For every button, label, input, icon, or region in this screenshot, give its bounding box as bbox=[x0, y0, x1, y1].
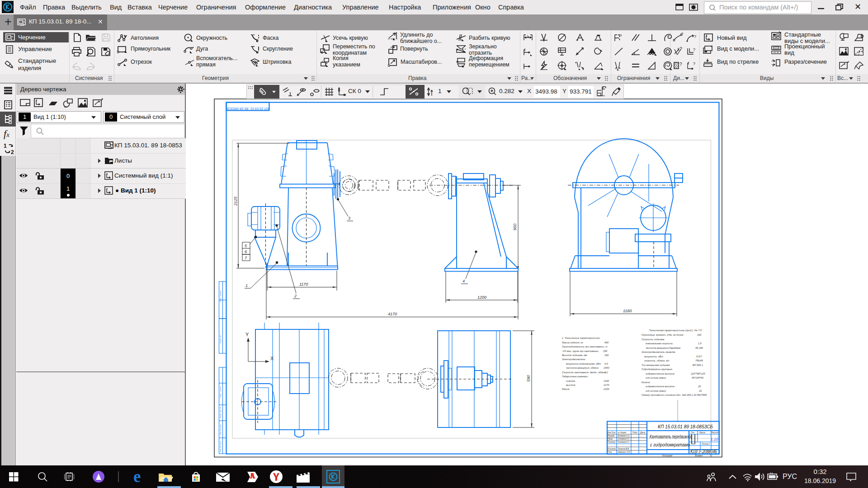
svg-text:Масса изделия, кг: Масса изделия, кг bbox=[562, 341, 583, 344]
svg-text:Колеса:: Колеса: bbox=[642, 381, 651, 384]
svg-text:20: 20 bbox=[698, 385, 701, 388]
svg-text:Смазку произвести согласно без: Смазку произвести согласно без. №4.180.1… bbox=[642, 394, 707, 396]
svg-text:o: o bbox=[681, 33, 684, 35]
svg-text:Степанов С.С.: Степанов С.С. bbox=[618, 441, 630, 443]
svg-text:1:10: 1:10 bbox=[711, 437, 718, 441]
svg-text:Дата: Дата bbox=[640, 432, 645, 434]
svg-text:x?: x? bbox=[677, 47, 682, 52]
svg-text:Копировал: Копировал bbox=[662, 455, 673, 457]
svg-text:Т.контр.: Т.контр. bbox=[608, 441, 616, 443]
svg-text:Перв. примен.: Перв. примен. bbox=[219, 290, 222, 302]
svg-text:Габаритные размеры:: Габаритные размеры: bbox=[562, 375, 589, 378]
svg-text:1,2: 1,2 bbox=[604, 371, 608, 374]
svg-text:ширина: ширина bbox=[566, 380, 575, 382]
svg-text:?: ? bbox=[694, 34, 696, 39]
svg-text:частота вращения, об/мин: частота вращения, об/мин bbox=[566, 366, 599, 369]
svg-text:мощность, кВт: мощность, кВт bbox=[644, 355, 663, 358]
svg-text:Пров.: Пров. bbox=[608, 438, 613, 440]
svg-text:2: 2 bbox=[11, 149, 14, 155]
svg-text:ход штока (макс): ход штока (макс) bbox=[645, 389, 666, 392]
svg-text:3: 3 bbox=[348, 216, 350, 221]
svg-text:ход штока (макс): ход штока (макс) bbox=[645, 376, 666, 379]
svg-text:Масса: Масса bbox=[699, 432, 705, 434]
svg-text:Инв. № подл.: Инв. № подл. bbox=[219, 441, 222, 452]
svg-text:ВП.500.1: ВП.500.1 bbox=[693, 364, 703, 366]
svg-text:?: ? bbox=[679, 62, 682, 67]
svg-text:Разраб.: Разраб. bbox=[608, 435, 615, 437]
svg-text:1170: 1170 bbox=[299, 282, 308, 286]
svg-text:Опрокидыв. момент, кНм, не бол: Опрокидыв. момент, кНм, не более bbox=[642, 333, 684, 336]
svg-text:5,5/7: 5,5/7 bbox=[696, 355, 702, 358]
svg-text:o: o bbox=[620, 33, 622, 37]
svg-text:1440: 1440 bbox=[604, 366, 609, 369]
svg-text:Бондарев А.А.: Бондарев А.А. bbox=[618, 435, 630, 437]
svg-text:№ докум.: № докум. bbox=[618, 432, 627, 434]
svg-text:1: 1 bbox=[245, 283, 248, 288]
svg-text:180: 180 bbox=[603, 350, 608, 352]
svg-text:скорость, об/мин, в/с: скорость, об/мин, в/с bbox=[644, 359, 670, 362]
svg-text:40*140*40: 40*140*40 bbox=[692, 376, 704, 379]
svg-text:Электродвигатель:: Электродвигатель: bbox=[562, 358, 586, 361]
svg-text:-УН мах. груза при кантовании: -УН мах. груза при кантовании bbox=[562, 350, 599, 352]
svg-text:750/45: 750/45 bbox=[695, 359, 703, 362]
svg-text:мощность номинальная, кВт: мощность номинальная, кВт bbox=[566, 362, 601, 365]
svg-text:Высота подъема, мм: Высота подъема, мм bbox=[562, 354, 587, 357]
svg-text:Формат: Формат bbox=[695, 455, 703, 457]
svg-text:гидравлические высокие: гидравлические высокие bbox=[646, 372, 675, 375]
svg-text:1200: 1200 bbox=[477, 295, 486, 300]
svg-text:ЮЗГУ-2088046: ЮЗГУ-2088046 bbox=[690, 449, 717, 454]
svg-text:Грузоподъемность при кантовани: Грузоподъемность при кантовании, т bbox=[562, 345, 608, 348]
svg-text:?: ? bbox=[693, 47, 695, 52]
svg-text:Y: Y bbox=[245, 332, 249, 337]
svg-text:2125: 2125 bbox=[233, 196, 238, 206]
svg-text:КП 15.03.01. 89 18-0853СБ: КП 15.03.01. 89 18-0853СБ bbox=[226, 107, 269, 111]
svg-text:4,0: 4,0 bbox=[604, 362, 609, 365]
svg-text:2: 2 bbox=[294, 294, 297, 298]
svg-text:1: 1 bbox=[4, 143, 7, 149]
svg-text:гидравлические высокие: гидравлические высокие bbox=[646, 385, 675, 388]
svg-text:940: 940 bbox=[604, 341, 609, 344]
svg-text:?: ? bbox=[693, 61, 695, 66]
svg-text:Подп.: Подп. bbox=[632, 432, 638, 434]
svg-text:Взам. инв. №: Взам. инв. № bbox=[219, 407, 222, 418]
svg-text:6: 6 bbox=[245, 249, 247, 254]
svg-text:Скорость подъема:: Скорость подъема: bbox=[642, 338, 665, 341]
svg-text:1160: 1160 bbox=[623, 309, 632, 313]
svg-text:Гидродомкраты грузовые:: Гидродомкраты грузовые: bbox=[642, 368, 673, 371]
svg-text:Масса: Масса bbox=[562, 388, 569, 390]
svg-text:с гидродомкратами: с гидродомкратами bbox=[650, 442, 690, 447]
svg-text:Скорость кантования, двойн. об: Скорость кантования, двойн. об/мин bbox=[562, 371, 606, 374]
svg-text:Утв.: Утв. bbox=[608, 451, 612, 453]
svg-text:Подп. и дата: Подп. и дата bbox=[219, 386, 222, 398]
svg-text:45,180: 45,180 bbox=[695, 347, 703, 349]
svg-text:1. Технические характеристики: 1. Технические характеристики bbox=[562, 337, 600, 339]
svg-text:X: X bbox=[270, 356, 274, 361]
svg-text:160: 160 bbox=[697, 333, 702, 336]
svg-text:1160: 1160 bbox=[604, 380, 609, 382]
svg-text:4170: 4170 bbox=[388, 312, 397, 316]
svg-text:Изм Лист: Изм Лист bbox=[608, 432, 616, 434]
svg-text:высота: высота bbox=[566, 384, 575, 386]
svg-text:номинальная скорость: номинальная скорость bbox=[646, 342, 673, 345]
svg-text:КП 15.03.01 89 18-0853СБ: КП 15.03.01 89 18-0853СБ bbox=[658, 424, 713, 429]
svg-text:Лит.: Лит. bbox=[690, 432, 695, 434]
svg-text:Кабанович О.В.: Кабанович О.В. bbox=[618, 451, 630, 453]
svg-text:Степанов С.С.: Степанов С.С. bbox=[618, 438, 630, 440]
svg-text:10: 10 bbox=[699, 389, 702, 392]
svg-text:Н.контр.: Н.контр. bbox=[608, 448, 616, 450]
svg-text:Листов 1: Листов 1 bbox=[701, 443, 710, 445]
svg-text:А1: А1 bbox=[709, 455, 712, 457]
svg-text:Масштаб: Масштаб bbox=[712, 432, 718, 434]
svg-text:1,5: 1,5 bbox=[698, 342, 702, 345]
svg-text:частота вращения барабана: частота вращения барабана bbox=[646, 347, 680, 349]
svg-text:Кантователь передвижной: Кантователь передвижной bbox=[650, 434, 692, 439]
svg-text:2100: 2100 bbox=[603, 388, 609, 390]
svg-text:4: 4 bbox=[462, 279, 465, 283]
svg-text:Пикалов В.В.: Пикалов В.В. bbox=[618, 448, 629, 450]
svg-text:Справ. №: Справ. № bbox=[219, 335, 222, 343]
svg-text:160: 160 bbox=[604, 354, 609, 357]
svg-text:590: 590 bbox=[526, 375, 531, 382]
svg-text:2170: 2170 bbox=[603, 384, 609, 386]
svg-text:950: 950 bbox=[513, 224, 517, 230]
svg-text:110*780*125: 110*780*125 bbox=[691, 372, 705, 375]
